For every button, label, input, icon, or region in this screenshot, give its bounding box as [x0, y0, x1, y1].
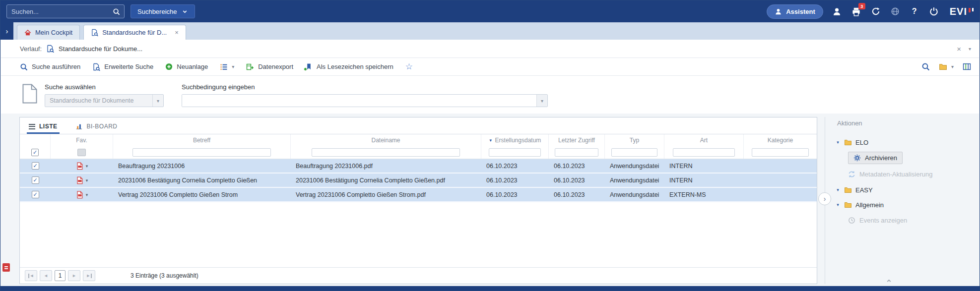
- globe-icon[interactable]: [890, 6, 901, 17]
- next-page-button[interactable]: ►: [68, 270, 80, 281]
- view-mode-button[interactable]: ▾: [220, 63, 234, 71]
- tree-folder-elo[interactable]: ▾ ELO: [835, 135, 969, 150]
- run-search-button[interactable]: Suche ausführen: [20, 63, 80, 71]
- chevron-down-icon[interactable]: ▾: [969, 46, 971, 52]
- advanced-search-button[interactable]: Erweiterte Suche: [92, 63, 153, 71]
- result-summary: 3 Einträge (3 ausgewählt): [131, 272, 198, 279]
- assistant-person-icon: [775, 8, 782, 15]
- search-template-select[interactable]: Standardsuche für Dokumente ▾: [45, 94, 164, 107]
- table-row[interactable]: ✓ ▾ Vertrag 20231006 Completto Gießen St…: [20, 188, 817, 202]
- select-all-checkbox[interactable]: ✓: [31, 149, 39, 156]
- app-window: Suchbereiche Assistent 3 ? EVI ›: [0, 0, 980, 291]
- tab-standardsuche[interactable]: Standardsuche für D... ×: [83, 25, 186, 40]
- tab-strip-expander-icon[interactable]: ›: [0, 22, 13, 40]
- tree-folder-allgemein[interactable]: ▾ Allgemein: [835, 197, 969, 212]
- table-row[interactable]: ✓ ▾ 20231006 Bestätigung Cornelia Comple…: [20, 174, 817, 188]
- data-export-button[interactable]: Datenexport: [246, 63, 293, 71]
- top-bar: Suchbereiche Assistent 3 ? EVI: [0, 0, 980, 22]
- header-art[interactable]: Art: [664, 134, 744, 146]
- history-label: Verlauf:: [20, 45, 42, 53]
- document-icon: [22, 84, 38, 104]
- tab-search-icon: [91, 29, 98, 36]
- new-entry-button[interactable]: Neuanlage: [165, 63, 208, 70]
- help-icon[interactable]: ?: [909, 6, 920, 17]
- cell-art: INTERN: [664, 177, 744, 184]
- table-row[interactable]: ✓ ▾ Beauftragung 20231006 Beauftragung 2…: [20, 159, 817, 174]
- header-kategorie[interactable]: Kategorie: [744, 134, 817, 146]
- filter-kategorie-input[interactable]: [752, 148, 809, 157]
- filter-typ-input[interactable]: [611, 148, 657, 157]
- row-checkbox[interactable]: ✓: [32, 162, 39, 170]
- pdf-icon[interactable]: [76, 191, 84, 199]
- action-archivieren[interactable]: Archivieren: [848, 152, 903, 164]
- tree-folder-easy[interactable]: ▾ EASY: [835, 182, 969, 197]
- refresh-icon[interactable]: [870, 6, 881, 17]
- chevron-down-icon: ▾: [951, 64, 954, 69]
- filter-art-input[interactable]: [673, 148, 734, 157]
- header-dateiname[interactable]: Dateiname: [291, 134, 481, 146]
- global-search-input[interactable]: [7, 8, 113, 15]
- fav-filter-button[interactable]: [77, 149, 86, 156]
- chevron-down-icon[interactable]: ▾: [152, 95, 163, 107]
- history-entry[interactable]: Standardsuche für Dokume...: [59, 45, 142, 53]
- cell-erstellungsdatum: 06.10.2023: [481, 163, 549, 170]
- folder-icon: [844, 186, 852, 194]
- condition-combobox: ▾: [182, 94, 548, 107]
- current-page[interactable]: 1: [55, 270, 65, 281]
- condition-input[interactable]: [182, 95, 536, 107]
- pdf-icon[interactable]: [76, 162, 84, 170]
- cell-dateiname: Beauftragung 20231006.pdf: [291, 163, 481, 170]
- user-icon[interactable]: [832, 6, 843, 17]
- history-row: Verlauf: Standardsuche für Dokume... × ▾: [1, 40, 979, 58]
- cell-typ: Anwendungsdatei: [605, 177, 664, 184]
- cell-dateiname: Vertrag 20231006 Completto Gießen Strom.…: [291, 191, 481, 198]
- cell-letzter-zugriff: 06.10.2023: [549, 163, 605, 170]
- chevron-down-icon[interactable]: ▾: [86, 192, 88, 197]
- column-settings-icon[interactable]: [963, 62, 971, 71]
- prev-page-button[interactable]: ◄: [40, 270, 52, 281]
- first-page-button[interactable]: ◄: [25, 270, 37, 281]
- tab-liste[interactable]: LISTE: [27, 123, 60, 134]
- pdf-icon[interactable]: [76, 176, 84, 184]
- action-metadaten: Metadaten-Aktualisierung: [848, 171, 932, 178]
- list-icon: [29, 124, 35, 129]
- header-letzter-zugriff[interactable]: Letzter Zugriff: [549, 134, 605, 146]
- panel-collapse-button[interactable]: ›: [818, 192, 831, 205]
- filter-letzter-zugriff-input[interactable]: [555, 148, 598, 157]
- header-typ[interactable]: Typ: [605, 134, 664, 146]
- tab-bi-board[interactable]: BI-BOARD: [73, 122, 120, 134]
- tree-expand-icon[interactable]: ▾: [835, 140, 841, 145]
- sort-desc-icon: ▼: [489, 138, 493, 143]
- assistant-button[interactable]: Assistent: [767, 4, 823, 19]
- last-page-button[interactable]: ►: [83, 270, 95, 281]
- tree-expand-icon[interactable]: ▾: [835, 187, 841, 192]
- filter-erstellungsdatum-input[interactable]: [489, 148, 541, 157]
- filter-dateiname-input[interactable]: [312, 148, 460, 157]
- row-checkbox[interactable]: ✓: [32, 191, 39, 198]
- save-bookmark-button[interactable]: Als Lesezeichen speichern: [305, 63, 393, 70]
- folder-search-button[interactable]: ▾: [939, 62, 954, 71]
- filter-betreff-input[interactable]: [132, 148, 270, 157]
- tree-expand-icon[interactable]: ▾: [835, 202, 841, 207]
- content-area: Verlauf: Standardsuche für Dokume... × ▾…: [1, 40, 979, 286]
- favorite-star-icon[interactable]: ☆: [405, 62, 413, 71]
- row-checkbox[interactable]: ✓: [32, 176, 39, 184]
- power-icon[interactable]: [928, 6, 939, 17]
- run-search-icon: [20, 63, 28, 71]
- header-fav[interactable]: Fav.: [51, 134, 113, 146]
- chevron-down-icon[interactable]: ▾: [86, 178, 88, 183]
- close-icon[interactable]: ×: [957, 45, 961, 53]
- close-tab-icon[interactable]: ×: [175, 29, 179, 36]
- chevron-down-icon[interactable]: ▾: [536, 95, 547, 107]
- search-icon[interactable]: [113, 8, 120, 15]
- tab-mein-cockpit[interactable]: Mein Cockpit: [17, 25, 80, 40]
- search-scope-button[interactable]: Suchbereiche: [131, 4, 195, 18]
- assistant-label: Assistent: [786, 8, 815, 15]
- header-betreff[interactable]: Betreff: [113, 134, 291, 146]
- header-erstellungsdatum[interactable]: ▼Erstellungsdatum: [481, 134, 549, 146]
- alert-badge-icon[interactable]: [2, 263, 10, 272]
- chevron-down-icon[interactable]: ▾: [86, 164, 88, 169]
- zoom-search-icon[interactable]: [921, 62, 930, 71]
- scroll-up-icon[interactable]: [886, 276, 892, 285]
- printer-icon[interactable]: 3: [851, 6, 862, 17]
